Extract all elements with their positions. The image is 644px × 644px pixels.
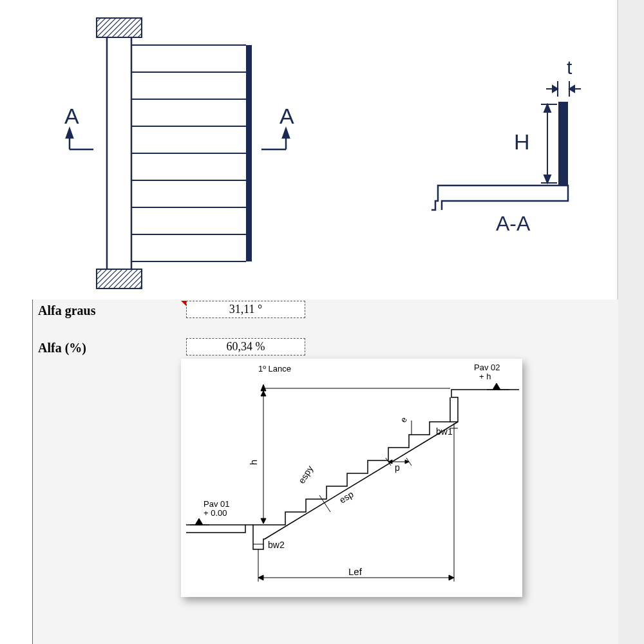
- espy-label: espy: [296, 464, 315, 486]
- plan-view-diagram: A A: [0, 0, 322, 299]
- alfa-graus-value[interactable]: 31,11 °: [186, 301, 305, 318]
- svg-marker-18: [283, 129, 289, 138]
- svg-marker-42: [261, 518, 266, 524]
- bw2-label: bw2: [268, 540, 285, 550]
- svg-line-49: [319, 495, 330, 512]
- label-H: H: [514, 129, 530, 154]
- label-t: t: [567, 57, 573, 78]
- svg-rect-5: [246, 45, 252, 261]
- e-label: e: [398, 415, 409, 424]
- label-A-right: A: [279, 104, 294, 128]
- section-aa-diagram: t H A-A: [367, 52, 612, 277]
- pav02-elev: + h: [479, 372, 491, 381]
- alfa-pct-value[interactable]: 60,34 %: [186, 338, 305, 355]
- label-A-left: A: [64, 104, 79, 128]
- bw1-label: bw1: [436, 426, 453, 437]
- svg-marker-36: [261, 384, 266, 391]
- svg-marker-56: [449, 575, 454, 580]
- bottom-panel: Alfa graus 31,11 ° Alfa (%) 60,34 % 1º L…: [32, 299, 618, 644]
- top-diagram-panel: A A t H: [0, 0, 618, 299]
- svg-marker-22: [553, 86, 558, 92]
- svg-marker-32: [544, 175, 551, 183]
- esp-label: esp: [337, 489, 355, 506]
- section-label: A-A: [496, 212, 531, 235]
- svg-marker-15: [66, 129, 73, 138]
- h-label: h: [248, 460, 259, 465]
- svg-marker-33: [493, 383, 500, 390]
- diagram-title: 1º Lance: [258, 364, 291, 374]
- bottom-white-strip: [0, 299, 32, 644]
- pav01-label: Pav 01: [204, 499, 229, 509]
- svg-rect-1: [97, 18, 142, 37]
- svg-marker-26: [569, 86, 574, 92]
- alfa-graus-label: Alfa graus: [38, 303, 95, 318]
- stair-section-diagram: 1º Lance Pav 02 + h: [181, 359, 522, 597]
- p-label: p: [395, 462, 400, 473]
- svg-line-37: [265, 422, 458, 539]
- svg-marker-41: [261, 391, 266, 396]
- svg-marker-31: [544, 104, 551, 112]
- side-strip: [618, 0, 644, 644]
- svg-marker-38: [195, 518, 203, 525]
- lef-label: Lef: [348, 566, 363, 577]
- alfa-pct-label: Alfa (%): [38, 341, 86, 355]
- svg-marker-55: [258, 575, 263, 580]
- pav02-label: Pav 02: [474, 363, 500, 372]
- svg-rect-27: [558, 102, 568, 185]
- pav01-elev: + 0.00: [204, 508, 227, 518]
- svg-rect-2: [97, 269, 142, 289]
